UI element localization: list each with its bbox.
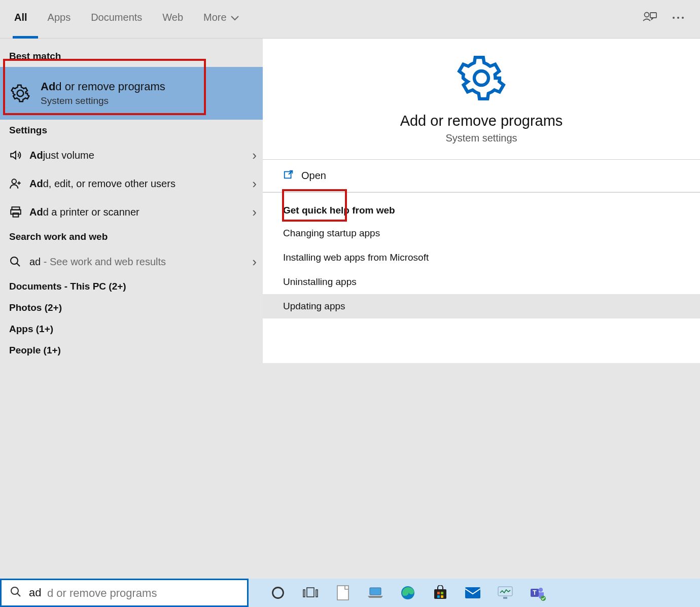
gear-icon <box>9 82 31 104</box>
taskbar-mail-icon[interactable] <box>464 584 482 602</box>
section-documents[interactable]: Documents - This PC (2+) <box>0 276 263 297</box>
section-best-match: Best match <box>0 46 263 67</box>
results-column: Best match Add or remove programs System… <box>0 39 263 579</box>
svg-rect-14 <box>307 588 314 597</box>
chevron-down-icon <box>231 12 239 23</box>
svg-rect-13 <box>303 590 305 597</box>
filter-tab-web[interactable]: Web <box>162 12 183 26</box>
svg-point-9 <box>11 257 18 264</box>
svg-rect-17 <box>370 588 381 595</box>
svg-rect-24 <box>465 587 480 598</box>
active-tab-indicator <box>13 36 38 39</box>
svg-line-10 <box>17 263 20 266</box>
taskbar-task-view-icon[interactable] <box>301 584 320 602</box>
svg-line-32 <box>17 593 20 596</box>
svg-rect-1 <box>650 13 656 18</box>
svg-rect-21 <box>441 592 443 594</box>
filter-tab-documents[interactable]: Documents <box>91 12 142 26</box>
svg-point-31 <box>11 587 18 594</box>
taskbar-search-box[interactable]: d or remove programs <box>0 579 249 607</box>
svg-point-12 <box>273 588 284 598</box>
search-icon <box>9 256 29 268</box>
detail-pane: Add or remove programs System settings O… <box>263 39 700 579</box>
detail-subtitle: System settings <box>263 132 700 144</box>
web-search-result[interactable]: ad - See work and web results › <box>0 247 263 276</box>
svg-point-2 <box>673 17 675 19</box>
filter-tab-more[interactable]: More <box>203 12 239 26</box>
svg-point-3 <box>677 17 679 19</box>
section-search-web: Search work and web <box>0 226 263 247</box>
chevron-right-icon: › <box>252 254 257 270</box>
chevron-right-icon: › <box>252 148 257 163</box>
svg-rect-26 <box>503 597 507 599</box>
chevron-right-icon: › <box>252 176 257 192</box>
detail-title: Add or remove programs <box>263 113 700 129</box>
settings-result-printer[interactable]: Add a printer or scanner › <box>0 198 263 226</box>
svg-rect-22 <box>437 595 440 598</box>
svg-rect-19 <box>434 589 446 599</box>
best-match-subtitle: System settings <box>41 95 165 106</box>
search-filter-bar: All Apps Documents Web More <box>0 0 700 39</box>
section-apps[interactable]: Apps (1+) <box>0 318 263 340</box>
svg-point-5 <box>12 179 16 184</box>
settings-result-volume[interactable]: Adjust volume › <box>0 141 263 169</box>
svg-point-4 <box>682 17 684 19</box>
svg-rect-15 <box>316 590 318 597</box>
section-photos[interactable]: Photos (2+) <box>0 297 263 318</box>
user-plus-icon <box>9 177 29 190</box>
quick-help-link[interactable]: Changing startup apps <box>280 221 700 245</box>
filter-tab-all[interactable]: All <box>14 12 27 26</box>
ellipsis-icon[interactable] <box>672 16 685 20</box>
printer-icon <box>9 205 29 219</box>
svg-rect-16 <box>337 586 348 600</box>
svg-rect-20 <box>437 592 440 594</box>
section-people[interactable]: People (1+) <box>0 340 263 361</box>
section-settings: Settings <box>0 120 263 141</box>
taskbar-teams-icon[interactable]: T <box>529 584 547 602</box>
svg-rect-23 <box>441 595 443 598</box>
svg-text:T: T <box>533 589 537 596</box>
filter-tab-apps[interactable]: Apps <box>48 12 71 26</box>
quick-help-link[interactable]: Updating apps <box>263 294 700 318</box>
main-content: Best match Add or remove programs System… <box>0 39 700 579</box>
taskbar-store-icon[interactable] <box>431 584 449 602</box>
settings-result-users[interactable]: Add, edit, or remove other users › <box>0 169 263 198</box>
open-external-icon <box>283 169 294 183</box>
speaker-icon <box>9 149 29 162</box>
feedback-icon[interactable] <box>642 11 657 24</box>
quick-help-link[interactable]: Uninstalling apps <box>280 270 700 294</box>
taskbar-monitor-icon[interactable] <box>496 584 514 602</box>
taskbar-edge-icon[interactable] <box>399 584 417 602</box>
open-button[interactable]: Open <box>263 160 700 192</box>
search-icon <box>10 586 23 600</box>
svg-point-29 <box>539 588 543 592</box>
chevron-right-icon: › <box>252 204 257 220</box>
quick-help-link[interactable]: Installing web apps from Microsoft <box>280 245 700 270</box>
best-match-result[interactable]: Add or remove programs System settings <box>0 67 263 120</box>
taskbar-document-icon[interactable] <box>334 584 352 602</box>
best-match-title: Add or remove programs <box>41 80 165 93</box>
svg-rect-8 <box>13 213 19 217</box>
taskbar-laptop-icon[interactable] <box>366 584 384 602</box>
taskbar-cortana-icon[interactable] <box>269 584 287 602</box>
quick-help-heading: Get quick help from web <box>280 205 700 221</box>
svg-point-0 <box>645 13 649 17</box>
search-input[interactable] <box>29 586 247 599</box>
gear-icon-large <box>263 54 700 104</box>
